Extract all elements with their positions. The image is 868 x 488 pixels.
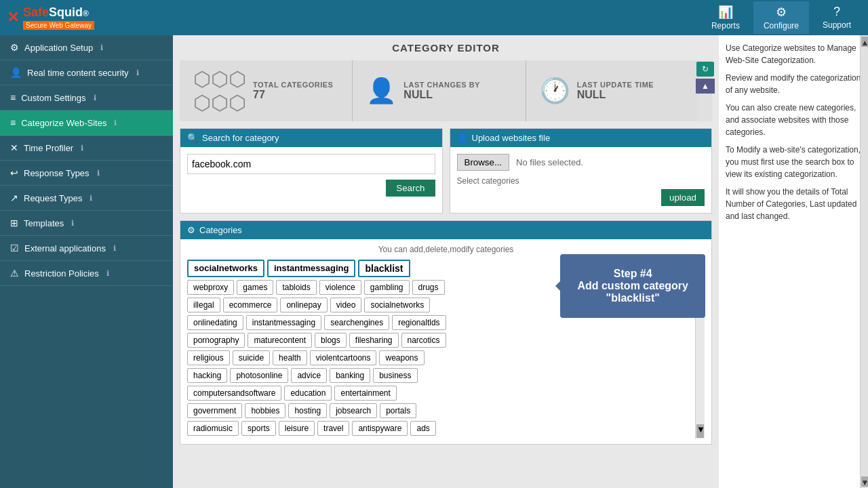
browse-button[interactable]: Browse... <box>457 154 510 171</box>
help-icon-2: ℹ <box>94 94 96 102</box>
cat-tag-health[interactable]: health <box>273 350 307 365</box>
cat-tag-computersandsoftware[interactable]: computersandsoftware <box>187 386 281 401</box>
cat-tag-religious[interactable]: religious <box>187 350 230 365</box>
sidebar-item-label: Request Types <box>24 193 82 203</box>
application-setup-icon: ⚙ <box>10 42 19 53</box>
search-button[interactable]: Search <box>386 180 435 197</box>
custom-settings-icon: ≡ <box>10 92 16 103</box>
upload-panel-icon: 👤 <box>457 133 468 143</box>
cat-tag-ecommerce[interactable]: ecommerce <box>223 298 278 312</box>
cat-tag-regionaltlds[interactable]: regionaltlds <box>392 315 446 330</box>
sidebar-item-application-setup[interactable]: ⚙ Application Setup ℹ <box>0 35 173 60</box>
tooltip-step: Step #4 <box>577 268 688 280</box>
stat-last-changes-by: 👤 LAST CHANGES BY NULL <box>353 60 526 121</box>
cat-tag-socialnetworks[interactable]: socialnetworks <box>187 260 264 277</box>
cat-tag-leisure[interactable]: leisure <box>279 421 315 436</box>
cat-tag-violence[interactable]: violence <box>319 280 361 295</box>
nav-configure[interactable]: ⚙ Configure <box>753 1 809 34</box>
total-categories-icon: ⬡⬡⬡⬡⬡⬡ <box>193 67 246 115</box>
cat-tag-video[interactable]: video <box>330 298 362 312</box>
right-scroll-down[interactable]: ▼ <box>861 476 868 487</box>
cat-tag-games[interactable]: games <box>237 280 273 295</box>
cat-tag-entertainment[interactable]: entertainment <box>334 386 396 401</box>
no-file-text: No files selected. <box>516 157 583 167</box>
cat-tag-jobsearch[interactable]: jobsearch <box>330 403 377 418</box>
cat-tag-radiomusic[interactable]: radiomusic <box>187 421 239 436</box>
nav-support[interactable]: ? Support <box>812 1 861 34</box>
cat-tag-tabloids[interactable]: tabloids <box>276 280 316 295</box>
cat-tag-instantmessaging2[interactable]: instantmessaging <box>246 315 321 330</box>
cat-tag-education[interactable]: education <box>284 386 332 401</box>
sidebar-item-realtime-content[interactable]: 👤 Real time content security ℹ <box>0 60 173 85</box>
cat-tag-sports[interactable]: sports <box>241 421 276 436</box>
cat-tag-hobbies[interactable]: hobbies <box>245 403 285 418</box>
sidebar-item-categorize-websites[interactable]: ≡ Categorize Web-Sites ℹ <box>0 110 173 136</box>
help-icon-4: ℹ <box>81 144 83 152</box>
nav-support-label: Support <box>823 20 851 30</box>
cat-tag-weapons[interactable]: weapons <box>379 350 424 365</box>
cat-tag-blogs[interactable]: blogs <box>315 333 347 348</box>
cat-tag-hosting[interactable]: hosting <box>288 403 327 418</box>
cat-tag-travel[interactable]: travel <box>317 421 349 436</box>
search-input[interactable] <box>187 154 435 174</box>
cat-tag-socialnetworks2[interactable]: socialnetworks <box>364 298 430 312</box>
logo-area: ✕ SafeSquid® Secure Web Gateway <box>7 5 94 30</box>
sidebar-item-restriction-policies[interactable]: ⚠ Restriction Policies ℹ <box>0 261 173 286</box>
cat-tag-blacklist[interactable]: blacklist <box>358 260 410 277</box>
sidebar-item-custom-settings[interactable]: ≡ Custom Settings ℹ <box>0 85 173 110</box>
sidebar-item-time-profiler[interactable]: ✕ Time Profiler ℹ <box>0 136 173 161</box>
sidebar-item-external-applications[interactable]: ☑ External applications ℹ <box>0 236 173 261</box>
sidebar-item-response-types[interactable]: ↩ Response Types ℹ <box>0 161 173 186</box>
main-content: CATEGORY EDITOR ⬡⬡⬡⬡⬡⬡ TOTAL CATEGORIES … <box>173 35 719 488</box>
cat-tag-suicide[interactable]: suicide <box>233 350 270 365</box>
cat-tag-instantmessaging[interactable]: instantmessaging <box>267 260 356 277</box>
nav-reports[interactable]: 📊 Reports <box>701 1 750 34</box>
info-para-3: You can also create new categories, and … <box>726 102 861 138</box>
stats-bar: ⬡⬡⬡⬡⬡⬡ TOTAL CATEGORIES 77 👤 LAST CHANGE… <box>180 60 712 121</box>
cat-tag-onlinedating[interactable]: onlinedating <box>187 315 243 330</box>
help-icon-0: ℹ <box>100 43 103 52</box>
cat-tag-banking[interactable]: banking <box>330 368 370 383</box>
scroll-down[interactable]: ▼ <box>696 424 704 438</box>
categories-panel-title: Categories <box>199 225 242 235</box>
logo-icon: ✕ <box>7 9 19 26</box>
sidebar-item-label: Time Profiler <box>24 143 73 153</box>
cat-tag-photosonline[interactable]: photosonline <box>230 368 288 383</box>
categories-info: You can add,delete,modify categories <box>187 245 705 254</box>
right-scroll-up[interactable]: ▲ <box>861 37 868 47</box>
cat-tag-ads[interactable]: ads <box>410 421 435 436</box>
info-panel: Use Categorize websites to Manage Web-Si… <box>719 35 868 488</box>
page-title: CATEGORY EDITOR <box>180 42 712 54</box>
cat-tag-onlinepay[interactable]: onlinepay <box>280 298 327 312</box>
sidebar-item-request-types[interactable]: ↗ Request Types ℹ <box>0 186 173 211</box>
cat-tag-illegal[interactable]: illegal <box>187 298 220 312</box>
cat-tag-gambling[interactable]: gambling <box>364 280 410 295</box>
refresh-btn[interactable]: ↻ <box>696 62 714 77</box>
collapse-btn[interactable]: ▲ <box>696 79 715 94</box>
templates-icon: ⊞ <box>10 218 18 228</box>
cat-tag-business[interactable]: business <box>373 368 417 383</box>
cat-tag-filesharing[interactable]: filesharing <box>349 333 399 348</box>
sidebar: ⚙ Application Setup ℹ 👤 Real time conten… <box>0 35 173 488</box>
upload-button[interactable]: upload <box>661 189 705 206</box>
cat-tag-maturecontent[interactable]: maturecontent <box>248 333 312 348</box>
cat-tag-portals[interactable]: portals <box>380 403 416 418</box>
cat-tag-webproxy[interactable]: webproxy <box>187 280 234 295</box>
cat-tag-drugs[interactable]: drugs <box>412 280 445 295</box>
cat-tag-government[interactable]: government <box>187 403 242 418</box>
categories-row-5: pornography maturecontent blogs fileshar… <box>187 333 695 348</box>
cat-tag-advice[interactable]: advice <box>291 368 327 383</box>
cat-tag-pornography[interactable]: pornography <box>187 333 245 348</box>
cat-tag-hacking[interactable]: hacking <box>187 368 227 383</box>
last-update-icon: 🕐 <box>540 77 570 105</box>
right-scrollbar[interactable]: ▲ ▼ <box>860 35 868 488</box>
sidebar-item-label: Categorize Web-Sites <box>21 118 106 128</box>
info-para-1: Use Categorize websites to Manage Web-Si… <box>726 42 861 66</box>
info-para-4: To Modify a web-site's categorization, y… <box>726 144 861 180</box>
cat-tag-searchengines[interactable]: searchengines <box>324 315 389 330</box>
cat-tag-antispyware[interactable]: antispyware <box>352 421 408 436</box>
stat-total-value: 77 <box>253 89 333 101</box>
cat-tag-violentcartoons[interactable]: violentcartoons <box>310 350 377 365</box>
sidebar-item-templates[interactable]: ⊞ Templates ℹ <box>0 211 173 236</box>
cat-tag-narcotics[interactable]: narcotics <box>401 333 446 348</box>
